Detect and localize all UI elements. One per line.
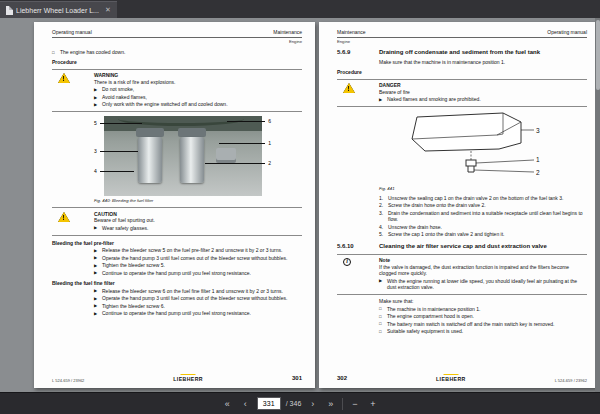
warning-triangle-icon: ! [58, 73, 70, 83]
info-icon: i [343, 258, 351, 266]
figure-callout: 1 [268, 140, 271, 147]
step-item: 2.Screw the drain hose onto the drain va… [379, 202, 587, 209]
section-heading: 5.6.10 Cleaning the air filter service c… [337, 243, 587, 251]
action-arrow-icon: ▶ [94, 86, 100, 93]
step-item: 1.Unscrew the sealing cap 1 on the drain… [379, 195, 587, 202]
page-footer: L 524-659 / 23962 LIEBHERR 301 [52, 374, 302, 383]
zoom-out-button[interactable]: − [348, 396, 361, 412]
liebherr-logo: LIEBHERR [436, 374, 466, 383]
hazard-bullet: ▶Avoid naked flames, [94, 94, 302, 101]
manual-page-301: Operating manual Maintenance Engine □ Th… [34, 22, 315, 388]
info-glyph: i [346, 258, 348, 266]
document-viewport[interactable]: Operating manual Maintenance Engine □ Th… [0, 18, 600, 392]
precondition-text: The engine has cooled down. [60, 49, 302, 56]
checklist-item: □Suitable safety equipment is used. [379, 328, 587, 335]
zoom-in-button[interactable]: + [366, 396, 379, 412]
hazard-bullet: ▶Wear safety glasses. [94, 225, 302, 232]
hazard-bullet: ▶Naked flames and smoking are prohibited… [379, 96, 587, 103]
hazard-bullet: ▶Only work with the engine switched off … [94, 101, 302, 108]
fuel-pre-filter-shape [138, 137, 162, 183]
first-page-button[interactable]: « [221, 396, 234, 412]
last-page-button[interactable]: » [324, 396, 337, 412]
action-arrow-icon: ▶ [94, 94, 100, 101]
action-item: ▶Operate the hand pump 3 until fuel come… [94, 255, 302, 262]
toolbar-divider [342, 398, 343, 410]
action-arrow-icon: ▶ [94, 270, 100, 277]
figure-440-photo: 5 3 4 6 1 2 [104, 116, 262, 196]
figure-callout: 6 [268, 118, 271, 125]
page-header: Maintenance Operating manual [337, 29, 587, 38]
precondition-checklist: □The machine is in maintenance position … [379, 306, 587, 335]
header-sub-label: Engine [337, 39, 587, 44]
figure-440-caption: Fig. 440: Bleeding the fuel filter [94, 198, 302, 204]
action-arrow-icon: ▶ [94, 247, 100, 254]
figure-callout: 1 [536, 156, 540, 163]
warning-block: ! WARNING There is a risk of fire and ex… [52, 69, 302, 113]
action-arrow-icon: ▶ [94, 225, 100, 232]
tab-title: Liebherr Wheel Loader L... [16, 7, 99, 14]
action-arrow-icon: ▶ [94, 288, 100, 295]
next-page-button[interactable]: › [306, 396, 319, 412]
tab-close-icon[interactable]: ✕ [105, 6, 111, 14]
step-number: 3. [379, 210, 386, 223]
figure-441-drawing: 3 1 2 [379, 110, 549, 184]
action-item: ▶Continue to operate the hand pump until… [94, 310, 302, 317]
manual-page-302: Maintenance Operating manual Engine 5.6.… [319, 22, 600, 388]
exclamation-glyph: ! [347, 85, 349, 93]
document-id: L 524-659 / 23962 [52, 378, 84, 383]
hazard-bullet: ▶Do not smoke, [94, 86, 302, 93]
action-item: ▶Operate the hand pump 3 until fuel come… [94, 295, 302, 302]
section-title: Cleaning the air filter service cap and … [379, 243, 587, 251]
caution-block: ! CAUTION Beware of fuel spurting out. ▶… [52, 207, 302, 236]
step-number: 4. [379, 224, 386, 231]
action-arrow-icon: ▶ [94, 255, 100, 262]
step-number: 5. [379, 231, 386, 238]
step-item: 3.Drain the condensation and sediment in… [379, 210, 587, 223]
procedure-label: Procedure [337, 69, 587, 76]
subsection-steps: ▶Release the bleeder screw 6 on the fuel… [94, 288, 302, 317]
header-left-label: Maintenance [337, 29, 366, 36]
checkbox-icon: □ [52, 49, 58, 56]
fuel-fine-filter-shape [180, 137, 204, 183]
danger-block: ! DANGER Beware of fire ▶Naked flames an… [337, 79, 587, 108]
page-number-input[interactable] [257, 397, 281, 410]
section-title: Draining off condensate and sediment fro… [379, 49, 587, 57]
page-number: 302 [337, 375, 347, 383]
scrollbar-thumb[interactable] [596, 20, 600, 90]
hand-pump-shape [216, 148, 236, 163]
checkbox-icon: □ [379, 306, 385, 313]
procedure-steps: 1.Unscrew the sealing cap 1 on the drain… [379, 195, 587, 238]
liebherr-logo: LIEBHERR [173, 374, 203, 383]
checkbox-icon: □ [379, 328, 385, 335]
warning-triangle-icon: ! [58, 212, 70, 222]
exclamation-glyph: ! [62, 214, 64, 222]
page-header: Operating manual Maintenance [52, 29, 302, 38]
action-arrow-icon: ▶ [379, 278, 385, 291]
hazard-text: Beware of fuel spurting out. [94, 217, 302, 224]
action-item: ▶Tighten the bleeder screw 6. [94, 303, 302, 310]
document-tab[interactable]: Liebherr Wheel Loader L... ✕ [0, 1, 117, 18]
action-arrow-icon: ▶ [94, 262, 100, 269]
page-spread: Operating manual Maintenance Engine □ Th… [0, 18, 600, 388]
note-text: If the valve is damaged, the dust extrac… [379, 264, 587, 277]
figure-callout: 4 [94, 168, 97, 175]
step-item: 4.Unscrew the drain hose. [379, 224, 587, 231]
action-arrow-icon: ▶ [94, 101, 100, 108]
header-left-label: Operating manual [52, 29, 92, 36]
header-sub-label: Engine [52, 39, 302, 44]
hazard-text: There is a risk of fire and explosions. [94, 79, 302, 86]
step-item: 5.Screw the cap 1 onto the drain valve 2… [379, 231, 587, 238]
section-intro: Make sure that the machine is in mainten… [379, 59, 587, 66]
subsection-steps: ▶Release the bleeder screw 5 on the fuel… [94, 247, 302, 276]
action-item: ▶Release the bleeder screw 6 on the fuel… [94, 288, 302, 295]
figure-callout: 3 [94, 148, 97, 155]
figure-callout: 5 [94, 120, 97, 127]
fuel-filter-photo [104, 116, 262, 196]
previous-page-button[interactable]: ‹ [239, 396, 252, 412]
exclamation-glyph: ! [62, 75, 64, 83]
action-arrow-icon: ▶ [379, 96, 385, 103]
step-number: 1. [379, 195, 386, 202]
action-item: ▶Tighten the bleeder screw 5. [94, 262, 302, 269]
vertical-scrollbar[interactable] [595, 18, 600, 392]
page-number: 301 [292, 375, 302, 383]
